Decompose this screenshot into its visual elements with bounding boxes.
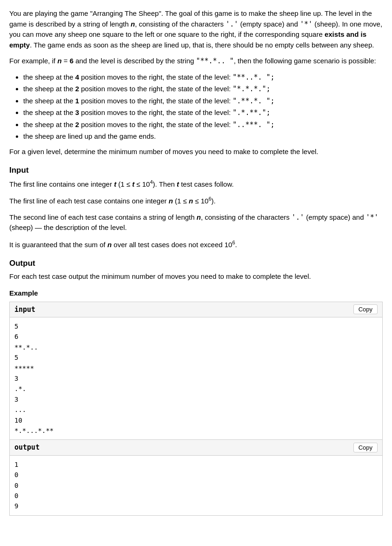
bullet-1: the sheep at the 4 position moves to the… [23, 72, 383, 83]
example-bullets: the sheep at the 4 position moves to the… [23, 72, 383, 142]
input-copy-button[interactable]: Copy [353, 304, 378, 314]
intro-paragraph-3: For a given level, determine the minimum… [9, 147, 383, 157]
input-p1: The first line contains one integer t (1… [9, 178, 383, 190]
output-block-content: 1 0 0 0 9 [10, 456, 382, 515]
bullet-3: the sheep at the 1 position moves to the… [23, 96, 383, 107]
bullet-4: the sheep at the 3 position moves to the… [23, 108, 383, 118]
bullet-5: the sheep at the 2 position moves to the… [23, 120, 383, 130]
input-block-header: input Copy [10, 302, 382, 318]
input-block-content: 5 6 **.*.. 5 ***** 3 .*. 3 ... 10 *.*...… [10, 317, 382, 439]
input-p4: It is guaranteed that the sum of n over … [9, 239, 383, 250]
input-p3: The second line of each test case contai… [9, 212, 383, 233]
intro-paragraph-1: You are playing the game "Arranging The … [9, 8, 383, 50]
intro-paragraph-2: For example, if n = 6 and the level is d… [9, 56, 383, 67]
example-title: Example [9, 288, 383, 299]
input-p2: The first line of each test case contain… [9, 195, 383, 207]
input-block-label: input [14, 304, 35, 315]
output-copy-button[interactable]: Copy [353, 443, 378, 452]
bullet-6: the sheep are lined up and the game ends… [23, 131, 383, 142]
input-title: Input [9, 164, 383, 176]
output-p1: For each test case output the minimum nu… [9, 271, 383, 282]
output-block: output Copy 1 0 0 0 9 [9, 440, 383, 515]
problem-statement: You are playing the game "Arranging The … [9, 8, 383, 516]
bullet-2: the sheep at the 2 position moves to the… [23, 84, 383, 94]
output-block-header: output Copy [10, 440, 382, 456]
output-block-label: output [14, 442, 40, 453]
input-block: input Copy 5 6 **.*.. 5 ***** 3 .*. 3 ..… [9, 302, 383, 440]
output-title: Output [9, 257, 383, 270]
